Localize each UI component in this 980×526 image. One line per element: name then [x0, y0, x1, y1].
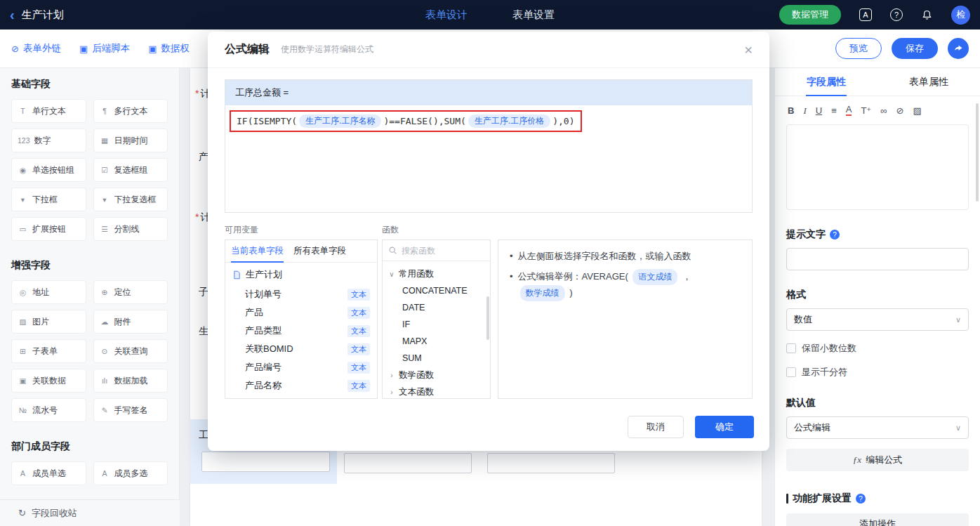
- field-multi-line-text[interactable]: ¶多行文本: [93, 99, 168, 123]
- underline-icon[interactable]: U: [816, 106, 822, 115]
- variable-row[interactable]: 产品编号文本: [232, 358, 370, 376]
- field-radio-group[interactable]: ◉单选按钮组: [11, 158, 86, 182]
- bell-icon[interactable]: [921, 9, 933, 21]
- toolbar-actions: 预览 保存: [835, 38, 969, 59]
- field-recycle-bin[interactable]: ↻ 字段回收站: [0, 499, 180, 526]
- add-action-button[interactable]: 添加操作: [786, 513, 969, 526]
- form-external-link[interactable]: ⊘ 表单外链: [11, 42, 61, 55]
- field-member-single[interactable]: A成员单选: [11, 461, 86, 485]
- tab-all-form-fields[interactable]: 所有表单字段: [293, 240, 346, 262]
- close-icon[interactable]: ×: [744, 43, 753, 57]
- help-icon[interactable]: ?: [830, 230, 840, 239]
- divider-icon: ☰: [100, 225, 110, 233]
- image-insert-icon[interactable]: ▨: [913, 106, 921, 115]
- confirm-button[interactable]: 确定: [695, 416, 754, 438]
- italic-icon[interactable]: I: [803, 106, 806, 115]
- formula-input-area[interactable]: IF(ISEMPTY( 生产工序.工序名称 )==FALSE(),SUM( 生产…: [225, 105, 752, 212]
- field-attachment[interactable]: ☁附件: [93, 310, 168, 334]
- field-datetime[interactable]: ▦日期时间: [93, 129, 168, 152]
- tab-current-form-fields[interactable]: 当前表单字段: [231, 240, 284, 263]
- tab-form-properties[interactable]: 表单属性: [878, 68, 980, 96]
- field-address[interactable]: ◎地址: [11, 280, 86, 304]
- help-icon[interactable]: ?: [890, 8, 903, 21]
- help-icon[interactable]: ?: [856, 494, 866, 504]
- keep-decimals-option[interactable]: 保留小数位数: [786, 342, 969, 355]
- field-extend-button[interactable]: ▭扩展按钮: [11, 217, 86, 241]
- field-dropdown-multi[interactable]: ▾下拉复选框: [93, 188, 168, 211]
- font-size-icon[interactable]: T⁺: [861, 106, 871, 115]
- data-manage-button[interactable]: 数据管理: [779, 5, 841, 25]
- tab-form-settings[interactable]: 表单设置: [512, 8, 555, 22]
- tip-line: • 公式编辑举例：AVERAGE( 语文成绩 ， 数学成绩 ): [510, 269, 741, 301]
- field-single-line-text[interactable]: T单行文本: [11, 99, 86, 123]
- function-group-text[interactable]: › 文本函数: [383, 383, 490, 399]
- function-list-scrollbar[interactable]: [486, 296, 489, 340]
- keep-decimals-checkbox[interactable]: [786, 343, 796, 353]
- align-icon[interactable]: ≡: [831, 106, 837, 115]
- chevron-right-icon: ›: [388, 372, 395, 379]
- hint-text-input[interactable]: [786, 248, 969, 270]
- field-number[interactable]: 123数字: [11, 129, 86, 152]
- font-color-icon[interactable]: A: [846, 105, 852, 116]
- function-group-math[interactable]: › 数学函数: [383, 367, 490, 383]
- default-value-select[interactable]: 公式编辑 ∨: [786, 416, 969, 439]
- label-rich-text-area[interactable]: [786, 124, 969, 210]
- field-dropdown[interactable]: ▾下拉框: [11, 188, 86, 211]
- language-icon[interactable]: A: [859, 8, 872, 21]
- field-data-load[interactable]: ılı数据加载: [93, 369, 168, 393]
- thousand-separator-option[interactable]: 显示千分符: [786, 366, 969, 379]
- field-token-pill[interactable]: 生产工序.工序价格: [468, 114, 550, 128]
- variable-row[interactable]: 计划单号文本: [232, 285, 370, 303]
- variable-row[interactable]: 关联BOMID文本: [232, 340, 370, 358]
- formula-editor: 工序总金额 = IF(ISEMPTY( 生产工序.工序名称 )==FALSE()…: [225, 79, 753, 213]
- function-item-sum[interactable]: SUM: [383, 350, 490, 367]
- checkbox-icon: ☑: [100, 166, 110, 174]
- field-token-pill[interactable]: 生产工序.工序名称: [299, 114, 381, 128]
- field-input[interactable]: [487, 453, 615, 473]
- properties-tabs: 字段属性 表单属性: [775, 68, 980, 96]
- preview-button[interactable]: 预览: [835, 38, 882, 59]
- field-input[interactable]: [344, 453, 472, 473]
- unlink-icon[interactable]: ⊘: [896, 106, 903, 115]
- field-checkbox-group[interactable]: ☑复选框组: [93, 158, 168, 182]
- function-item-if[interactable]: IF: [383, 316, 490, 333]
- formula-highlight-annotation: IF(ISEMPTY( 生产工序.工序名称 )==FALSE(),SUM( 生产…: [230, 110, 582, 132]
- variable-row[interactable]: 产品文本: [232, 303, 370, 322]
- bold-icon[interactable]: B: [788, 106, 794, 115]
- function-search-input[interactable]: [402, 246, 484, 256]
- share-button[interactable]: [948, 38, 969, 59]
- field-divider[interactable]: ☰分割线: [93, 217, 168, 241]
- field-input[interactable]: [201, 452, 330, 472]
- save-button[interactable]: 保存: [892, 38, 938, 59]
- field-subform[interactable]: ⊞子表单: [11, 339, 86, 363]
- data-permission-link[interactable]: ▣ 数据权: [148, 42, 190, 55]
- field-related-data[interactable]: ▣关联数据: [11, 369, 86, 393]
- field-member-multi[interactable]: A成员多选: [93, 461, 168, 485]
- format-select[interactable]: 数值 ∨: [786, 308, 969, 331]
- function-search[interactable]: [383, 240, 490, 261]
- thousand-separator-checkbox[interactable]: [786, 367, 796, 377]
- function-group-common[interactable]: ∨ 常用函数: [383, 265, 490, 282]
- avatar[interactable]: 检: [951, 6, 970, 25]
- dropdown-icon: ▾: [18, 195, 28, 204]
- variable-row[interactable]: 产品名称文本: [232, 376, 370, 395]
- cancel-button[interactable]: 取消: [628, 416, 684, 438]
- function-item-concatenate[interactable]: CONCATENATE: [383, 282, 490, 299]
- variable-root-node[interactable]: 生产计划: [232, 268, 370, 281]
- variable-row[interactable]: 产品类型文本: [232, 322, 370, 340]
- field-signature[interactable]: ✎手写签名: [93, 398, 168, 422]
- field-related-query[interactable]: ⊙关联查询: [93, 339, 168, 363]
- tab-form-design[interactable]: 表单设计: [425, 8, 468, 22]
- back-button[interactable]: ‹: [10, 8, 15, 22]
- function-item-mapx[interactable]: MAPX: [383, 333, 490, 350]
- field-serial-number[interactable]: №流水号: [11, 398, 86, 422]
- field-image[interactable]: ▨图片: [11, 310, 86, 334]
- link-icon[interactable]: ∞: [880, 106, 887, 115]
- panel-scrollbar[interactable]: [976, 103, 979, 202]
- edit-formula-button[interactable]: ƒx 编辑公式: [786, 449, 969, 471]
- function-item-date[interactable]: DATE: [383, 299, 490, 316]
- field-location[interactable]: ⊕定位: [93, 280, 168, 304]
- backend-script-link[interactable]: ▣ 后端脚本: [79, 42, 130, 55]
- tips-panel: • 从左侧面板选择字段名和函数，或输入函数 • 公式编辑举例：AVERAGE( …: [498, 239, 753, 399]
- tab-field-properties[interactable]: 字段属性: [775, 68, 878, 96]
